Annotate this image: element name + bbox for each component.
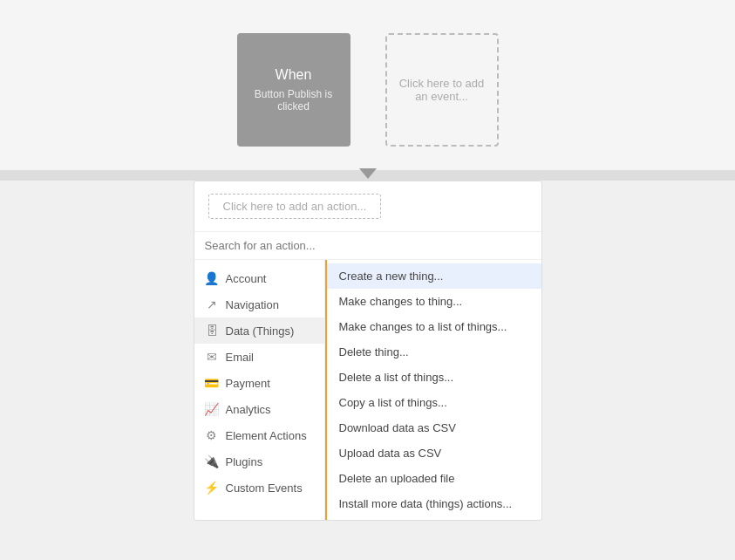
- left-panel-label: Payment: [226, 377, 270, 390]
- left-panel-item-plugins[interactable]: 🔌 Plugins: [194, 448, 324, 475]
- action-panel: Click here to add an action... 👤 Account…: [194, 181, 542, 521]
- left-panel-item-element-actions[interactable]: ⚙ Element Actions: [194, 422, 324, 448]
- when-title: When: [276, 67, 312, 83]
- left-panel-item-account[interactable]: 👤 Account: [194, 265, 324, 291]
- left-panel-item-analytics[interactable]: 📈 Analytics: [194, 396, 324, 422]
- left-panel-label: Navigation: [226, 298, 279, 311]
- left-panel-label: Element Actions: [226, 429, 307, 442]
- right-panel-item-copy-list[interactable]: Copy a list of things...: [327, 390, 541, 415]
- navigation-icon: ↗: [205, 297, 219, 311]
- left-panel-label: Custom Events: [226, 481, 303, 495]
- canvas-area: When Button Publish is clicked Click her…: [0, 0, 735, 179]
- right-panel-item-make-changes-list[interactable]: Make changes to a list of things...: [327, 314, 541, 339]
- right-panel-item-create-new-thing[interactable]: Create a new thing...: [327, 263, 541, 289]
- email-icon: ✉: [205, 350, 219, 364]
- left-panel-item-navigation[interactable]: ↗ Navigation: [194, 291, 324, 318]
- right-panel-item-delete-file[interactable]: Delete an uploaded file: [327, 466, 541, 491]
- data-icon: 🗄: [205, 324, 219, 338]
- add-action-row: Click here to add an action...: [194, 181, 541, 232]
- right-panel-item-make-changes-thing[interactable]: Make changes to thing...: [327, 289, 541, 314]
- left-panel-item-payment[interactable]: 💳 Payment: [194, 370, 324, 396]
- left-panel-label: Plugins: [226, 455, 263, 468]
- search-row: [194, 232, 541, 260]
- add-event-block[interactable]: Click here to add an event...: [385, 33, 499, 147]
- left-panel-item-data[interactable]: 🗄 Data (Things): [194, 318, 324, 344]
- add-event-label: Click here to add an event...: [396, 77, 488, 103]
- analytics-icon: 📈: [205, 402, 219, 416]
- custom-events-icon: ⚡: [205, 481, 219, 495]
- connector-triangle: [359, 168, 377, 179]
- left-panel-label: Account: [226, 272, 267, 285]
- right-panel-item-upload-csv[interactable]: Upload data as CSV: [327, 440, 541, 466]
- when-subtitle: Button Publish is clicked: [246, 88, 342, 113]
- add-action-placeholder[interactable]: Click here to add an action...: [208, 194, 382, 219]
- search-input[interactable]: [205, 239, 531, 252]
- when-block: When Button Publish is clicked: [237, 33, 350, 147]
- left-panel: 👤 Account ↗ Navigation 🗄 Data (Things) ✉…: [194, 260, 325, 520]
- dropdown-content: 👤 Account ↗ Navigation 🗄 Data (Things) ✉…: [194, 260, 541, 520]
- left-panel-label: Email: [226, 351, 255, 364]
- left-panel-item-custom-events[interactable]: ⚡ Custom Events: [194, 475, 324, 501]
- right-panel-item-delete-thing[interactable]: Delete thing...: [327, 339, 541, 365]
- left-panel-label: Analytics: [226, 403, 271, 416]
- right-panel-item-download-csv[interactable]: Download data as CSV: [327, 415, 541, 440]
- right-panel-item-install-more[interactable]: Install more data (things) actions...: [327, 491, 541, 516]
- element-actions-icon: ⚙: [205, 428, 219, 442]
- account-icon: 👤: [205, 271, 219, 285]
- right-panel: Create a new thing...Make changes to thi…: [325, 260, 541, 520]
- right-panel-item-delete-list[interactable]: Delete a list of things...: [327, 365, 541, 390]
- plugins-icon: 🔌: [205, 454, 219, 468]
- left-panel-item-email[interactable]: ✉ Email: [194, 344, 324, 370]
- left-panel-label: Data (Things): [226, 324, 295, 338]
- payment-icon: 💳: [205, 376, 219, 390]
